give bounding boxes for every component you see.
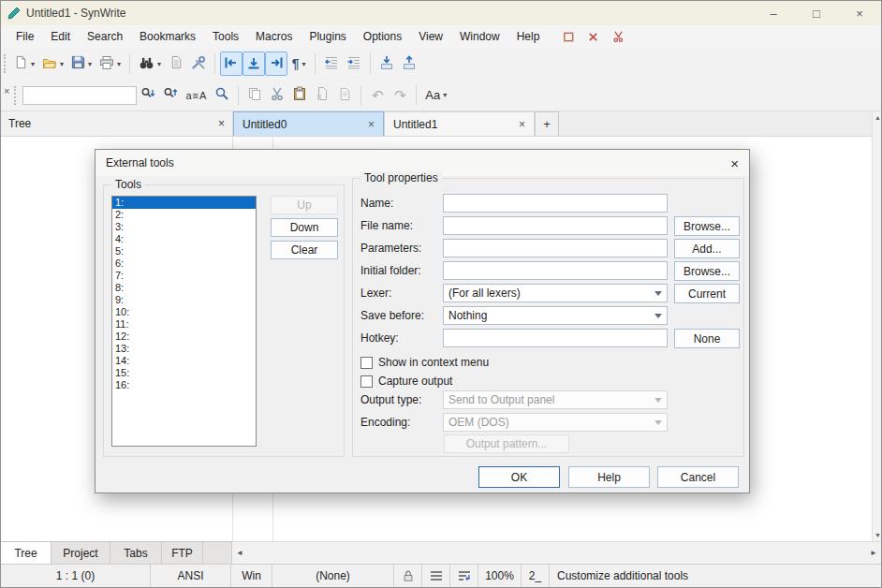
tool-list-item[interactable]: 13:	[112, 343, 256, 355]
panel-tab-project[interactable]: Project	[51, 542, 110, 564]
down-button[interactable]: Down	[271, 218, 338, 237]
lexer-select[interactable]: (For all lexers)	[443, 284, 668, 302]
close-window-red-icon[interactable]	[587, 31, 599, 43]
show-in-context-menu-checkbox[interactable]: Show in context menu	[360, 355, 489, 370]
current-lexer-button[interactable]: Current	[674, 284, 740, 303]
clear-button[interactable]: Clear	[271, 241, 338, 259]
panel-tab-ftp[interactable]: FTP	[162, 542, 203, 564]
cancel-button[interactable]: Cancel	[657, 466, 739, 488]
menu-view[interactable]: View	[410, 27, 451, 46]
readonly-lock-cell[interactable]	[394, 565, 422, 587]
capture-output-checkbox[interactable]: Capture output	[360, 374, 452, 389]
menu-tools[interactable]: Tools	[204, 27, 247, 46]
tab-size-cell[interactable]: 2_	[522, 565, 550, 587]
copy-from-panel-button[interactable]	[398, 51, 420, 76]
tab-close-icon[interactable]: ×	[519, 118, 525, 131]
print-button[interactable]: ▾	[96, 51, 125, 76]
tool-list-item[interactable]: 8:	[112, 282, 256, 294]
menu-macros[interactable]: Macros	[247, 27, 301, 46]
hotkey-input[interactable]	[443, 329, 668, 347]
tool-list-item[interactable]: 12:	[112, 331, 256, 343]
find-prev-button[interactable]	[159, 83, 182, 108]
tree-panel-close-icon[interactable]: ×	[218, 117, 225, 130]
scroll-right-icon[interactable]: ►	[870, 549, 877, 557]
external-tools-button[interactable]	[187, 51, 210, 76]
help-button[interactable]: Help	[568, 466, 650, 488]
menu-options[interactable]: Options	[355, 27, 410, 46]
new-file-button[interactable]: ▾	[10, 51, 38, 76]
tool-list-item[interactable]: 9:	[112, 294, 256, 306]
search-input[interactable]	[22, 86, 137, 105]
caret-position-cell[interactable]: 1 : 1 (0)	[1, 565, 151, 587]
tool-list-item[interactable]: 5:	[112, 245, 256, 257]
maximize-button[interactable]: □	[795, 1, 838, 25]
add-parameter-button[interactable]: Add...	[674, 239, 740, 258]
close-button[interactable]: ×	[838, 1, 881, 25]
chevron-down-icon[interactable]: ▾	[443, 91, 447, 99]
save-before-select[interactable]: Nothing	[443, 306, 668, 325]
save-button[interactable]: ▾	[67, 51, 96, 76]
zoom-cell[interactable]: 100%	[478, 565, 522, 587]
menu-plugins[interactable]: Plugins	[301, 27, 354, 46]
toggle-left-panel-button[interactable]	[220, 51, 243, 76]
tool-list-item[interactable]: 15:	[112, 367, 256, 379]
paste-button[interactable]	[288, 83, 311, 108]
menu-file[interactable]: File	[7, 27, 42, 46]
show-invisibles-button[interactable]: ¶ ▾	[287, 51, 310, 76]
parameters-input[interactable]	[443, 239, 668, 257]
chevron-down-icon[interactable]: ▾	[301, 60, 305, 68]
find-button[interactable]: ▾	[135, 51, 165, 76]
insert-mode-cell[interactable]	[422, 565, 450, 587]
menu-help[interactable]: Help	[508, 27, 549, 46]
menu-edit[interactable]: Edit	[42, 27, 79, 46]
font-size-button[interactable]: Aa ▾	[421, 83, 450, 108]
close-all-scissors-icon[interactable]	[611, 31, 625, 43]
find-dialog-button[interactable]	[211, 83, 233, 108]
toolbar-gripper[interactable]	[14, 86, 16, 105]
chevron-down-icon[interactable]: ▾	[60, 60, 64, 68]
file-name-input[interactable]	[443, 216, 668, 235]
hotkey-none-button[interactable]: None	[674, 329, 740, 348]
lexer-cell[interactable]: (None)	[272, 565, 394, 587]
toolbar-gripper[interactable]	[4, 54, 6, 73]
name-input[interactable]	[443, 194, 668, 213]
horizontal-scrollbar[interactable]: ◄ ►	[232, 541, 881, 564]
print-preview-button[interactable]	[165, 51, 187, 76]
restore-window-red-icon[interactable]	[563, 31, 575, 43]
panel-tab-tabs[interactable]: Tabs	[110, 542, 162, 564]
encoding-cell[interactable]: ANSI	[151, 565, 231, 587]
scroll-up-icon[interactable]: ▲	[875, 114, 881, 121]
scroll-left-icon[interactable]: ◄	[236, 549, 243, 557]
dialog-close-icon[interactable]: ×	[730, 155, 739, 171]
tool-list-item[interactable]: 6:	[112, 257, 256, 270]
chevron-down-icon[interactable]: ▾	[88, 60, 92, 68]
tool-list-item[interactable]: 10:	[112, 306, 256, 318]
ok-button[interactable]: OK	[478, 466, 560, 488]
tool-list-item[interactable]: 7:	[112, 270, 256, 282]
word-wrap-cell[interactable]	[450, 565, 478, 587]
toggle-bottom-panel-button[interactable]	[243, 51, 265, 76]
menu-window[interactable]: Window	[451, 27, 508, 46]
tools-listbox[interactable]: 1: 2: 3: 4: 5: 6: 7: 8: 9: 10: 11: 12: 1…	[111, 196, 257, 447]
chevron-down-icon[interactable]: ▾	[157, 60, 161, 68]
tab-close-icon[interactable]: ×	[368, 118, 375, 131]
close-find-bar-icon[interactable]: ×	[4, 85, 9, 96]
tool-list-item[interactable]: 1:	[112, 197, 256, 209]
new-tab-button[interactable]: +	[535, 111, 559, 136]
open-file-button[interactable]: ▾	[38, 51, 67, 76]
browse-folder-button[interactable]: Browse...	[674, 261, 740, 281]
copy-to-panel-button[interactable]	[375, 51, 398, 76]
tool-list-item[interactable]: 14:	[112, 355, 256, 367]
tab-untitled1[interactable]: Untitled1 ×	[384, 111, 535, 136]
tool-list-item[interactable]: 3:	[112, 221, 256, 233]
unindent-button[interactable]	[320, 51, 343, 76]
tool-list-item[interactable]: 16:	[112, 379, 256, 391]
tab-untitled0[interactable]: Untitled0 ×	[233, 111, 384, 136]
toggle-right-panel-button[interactable]	[265, 51, 287, 76]
line-ends-cell[interactable]: Win	[231, 565, 272, 587]
tool-list-item[interactable]: 11:	[112, 318, 256, 331]
indent-button[interactable]	[343, 51, 365, 76]
browse-file-button[interactable]: Browse...	[674, 216, 740, 236]
initial-folder-input[interactable]	[443, 261, 668, 280]
scroll-down-icon[interactable]: ▼	[875, 532, 881, 538]
